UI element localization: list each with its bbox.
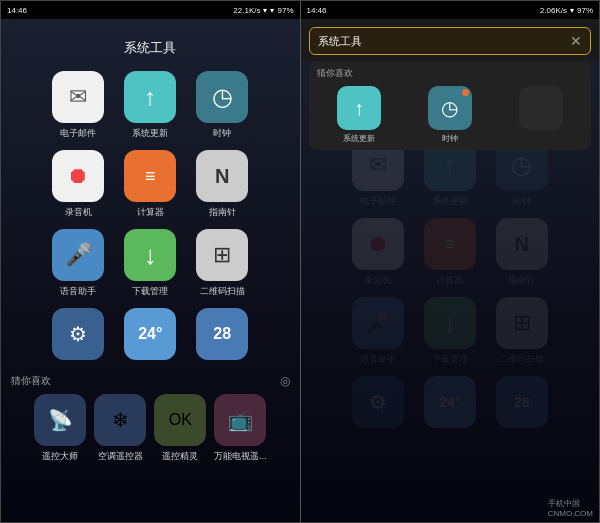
search-bar-container: 系统工具 ✕ bbox=[301, 19, 600, 61]
right-signal-icon: ▾ bbox=[570, 6, 574, 15]
clock-icon: ◷ bbox=[196, 71, 248, 123]
left-network: 22.1K/s bbox=[233, 6, 260, 15]
watermark-line2: CNMO.COM bbox=[548, 509, 593, 518]
left-battery: 97% bbox=[277, 6, 293, 15]
app-cal28[interactable]: 28 bbox=[193, 308, 251, 364]
voice-icon: 🎤 bbox=[52, 229, 104, 281]
suggest-grid: ↑ 系统更新 ◷ 时钟 bbox=[317, 86, 584, 144]
rec-icon-2: ❄ bbox=[94, 394, 146, 446]
dim-dl-icon: ↓ bbox=[424, 297, 476, 349]
dim-calc: ≡ 计算器 bbox=[421, 218, 479, 287]
rec-app-4[interactable]: 📺 万能电视遥... bbox=[214, 394, 266, 463]
left-status-left: 14:46 bbox=[7, 6, 27, 15]
suggest-clock-icon: ◷ bbox=[428, 86, 472, 130]
dim-rec: ⏺ 录音机 bbox=[349, 218, 407, 287]
mail-label: 电子邮件 bbox=[60, 127, 96, 140]
dim-s1-icon: ⚙ bbox=[352, 376, 404, 428]
left-wifi-icon: ▾ bbox=[270, 6, 274, 15]
search-bar[interactable]: 系统工具 ✕ bbox=[309, 27, 592, 55]
dim-qr-label: 二维码扫描 bbox=[499, 353, 544, 366]
search-clear-button[interactable]: ✕ bbox=[570, 33, 582, 49]
app-voice[interactable]: 🎤 语音助手 bbox=[49, 229, 107, 298]
rec-label-4: 万能电视遥... bbox=[214, 450, 267, 463]
loading-icon: ◎ bbox=[280, 374, 290, 388]
left-time: 14:46 bbox=[7, 6, 27, 15]
app-calc[interactable]: ≡ 计算器 bbox=[121, 150, 179, 219]
rec-app-2[interactable]: ❄ 空调遥控器 bbox=[94, 394, 146, 463]
dim-compass-icon: N bbox=[496, 218, 548, 270]
app-download[interactable]: ↓ 下载管理 bbox=[121, 229, 179, 298]
left-status-bar: 14:46 22.1K/s ▾ ▾ 97% bbox=[1, 1, 300, 19]
rec-icon-1: 📡 bbox=[34, 394, 86, 446]
app-weather24[interactable]: 24° bbox=[121, 308, 179, 364]
dim-28-icon: 28 bbox=[496, 376, 548, 428]
dim-w24: 24° bbox=[421, 376, 479, 428]
app-settings1[interactable]: ⚙ bbox=[49, 308, 107, 364]
recommend-grid: 📡 遥控大师 ❄ 空调遥控器 OK 遥控精灵 📺 bbox=[11, 394, 290, 463]
recommend-title-bar: 猜你喜欢 ◎ bbox=[11, 374, 290, 388]
search-text[interactable]: 系统工具 bbox=[318, 34, 565, 49]
left-app-drawer: 系统工具 ✉ 电子邮件 ↑ 系统更新 ◷ 时钟 bbox=[1, 19, 300, 463]
content-area: 猜你喜欢 ↑ 系统更新 ◷ 时钟 bbox=[301, 61, 600, 428]
dim-mail-label: 电子邮件 bbox=[360, 195, 396, 208]
right-network: 2.06K/s bbox=[540, 6, 567, 15]
dim-rec-icon: ⏺ bbox=[352, 218, 404, 270]
rec-app-3[interactable]: OK 遥控精灵 bbox=[154, 394, 206, 463]
right-status-left: 14:46 bbox=[307, 6, 327, 15]
watermark: 手机中国 CNMO.COM bbox=[548, 498, 593, 518]
suggest-update-label: 系统更新 bbox=[343, 133, 375, 144]
suggest-popup: 猜你喜欢 ↑ 系统更新 ◷ 时钟 bbox=[309, 61, 592, 150]
qr-icon: ⊞ bbox=[196, 229, 248, 281]
suggest-title: 猜你喜欢 bbox=[317, 67, 584, 80]
suggest-empty-icon bbox=[519, 86, 563, 130]
right-screen-content: 系统工具 ✕ 猜你喜欢 ↑ 系统更新 bbox=[301, 19, 600, 522]
watermark-line1: 手机中国 bbox=[548, 498, 593, 509]
recorder-icon: ⏺ bbox=[52, 150, 104, 202]
clock-label: 时钟 bbox=[213, 127, 231, 140]
cal28-icon: 28 bbox=[196, 308, 248, 360]
recommend-label: 猜你喜欢 bbox=[11, 374, 51, 388]
dim-rec-label: 录音机 bbox=[364, 274, 391, 287]
dim-w24-icon: 24° bbox=[424, 376, 476, 428]
right-time: 14:46 bbox=[307, 6, 327, 15]
rec-app-1[interactable]: 📡 遥控大师 bbox=[34, 394, 86, 463]
suggest-clock-label: 时钟 bbox=[442, 133, 458, 144]
compass-icon: N bbox=[196, 150, 248, 202]
dim-update-label: 系统更新 bbox=[432, 195, 468, 208]
qr-label: 二维码扫描 bbox=[200, 285, 245, 298]
right-status-bar: 14:46 2.06K/s ▾ 97% bbox=[301, 1, 600, 19]
app-update[interactable]: ↑ 系统更新 bbox=[121, 71, 179, 140]
suggest-item-update[interactable]: ↑ 系统更新 bbox=[317, 86, 402, 144]
app-clock[interactable]: ◷ 时钟 bbox=[193, 71, 251, 140]
dim-compass-label: 指南针 bbox=[508, 274, 535, 287]
dim-clock-label: 时钟 bbox=[513, 195, 531, 208]
left-signal-icon: ▾ bbox=[263, 6, 267, 15]
left-screen-content: 系统工具 ✉ 电子邮件 ↑ 系统更新 ◷ 时钟 bbox=[1, 19, 300, 522]
dim-qr: ⊞ 二维码扫描 bbox=[493, 297, 551, 366]
dim-28: 28 bbox=[493, 376, 551, 428]
right-status-right: 2.06K/s ▾ 97% bbox=[540, 6, 593, 15]
recommend-section: 猜你喜欢 ◎ 📡 遥控大师 ❄ 空调遥控器 OK bbox=[1, 374, 300, 463]
settings1-icon: ⚙ bbox=[52, 308, 104, 360]
phone-frame: 14:46 22.1K/s ▾ ▾ 97% 系统工具 ✉ 电子邮件 bbox=[0, 0, 600, 523]
recorder-label: 录音机 bbox=[65, 206, 92, 219]
compass-label: 指南针 bbox=[209, 206, 236, 219]
dimmed-app-grid: ✉ 电子邮件 ↑ 系统更新 ◷ 时钟 bbox=[339, 139, 561, 366]
suggest-update-icon: ↑ bbox=[337, 86, 381, 130]
app-qr[interactable]: ⊞ 二维码扫描 bbox=[193, 229, 251, 298]
app-mail[interactable]: ✉ 电子邮件 bbox=[49, 71, 107, 140]
calc-icon: ≡ bbox=[124, 150, 176, 202]
orange-badge bbox=[462, 89, 469, 96]
dim-dl-label: 下载管理 bbox=[432, 353, 468, 366]
rec-label-3: 遥控精灵 bbox=[162, 450, 198, 463]
rec-label-1: 遥控大师 bbox=[42, 450, 78, 463]
left-status-right: 22.1K/s ▾ ▾ 97% bbox=[233, 6, 293, 15]
dim-dl: ↓ 下载管理 bbox=[421, 297, 479, 366]
app-recorder[interactable]: ⏺ 录音机 bbox=[49, 150, 107, 219]
app-grid: ✉ 电子邮件 ↑ 系统更新 ◷ 时钟 ⏺ 录音机 bbox=[39, 71, 261, 364]
folder-title: 系统工具 bbox=[124, 39, 176, 57]
dim-voice: 🎤 语音助手 bbox=[349, 297, 407, 366]
app-compass[interactable]: N 指南针 bbox=[193, 150, 251, 219]
suggest-item-clock[interactable]: ◷ 时钟 bbox=[407, 86, 492, 144]
download-label: 下载管理 bbox=[132, 285, 168, 298]
